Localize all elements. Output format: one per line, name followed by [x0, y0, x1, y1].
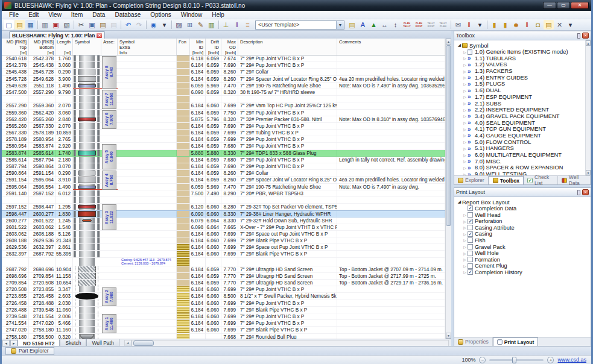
formation-cell[interactable] [177, 76, 190, 83]
table-row[interactable]: 2557.2902559.3602.0706.1846.0607.6997" 2… [2, 102, 445, 109]
formation-cell[interactable] [177, 280, 190, 286]
checkbox-unchecked[interactable] [468, 225, 473, 230]
comments-cell[interactable] [337, 224, 445, 231]
md-top-cell[interactable]: 2629.536 [2, 244, 29, 251]
md-bottom-cell[interactable]: 2562.420 [29, 110, 56, 116]
print-item-well-head[interactable]: ▷Well Head [457, 212, 591, 218]
description-cell[interactable]: 7" 29# Pup Joint VTHC B x P [238, 157, 337, 163]
extra-info-cell[interactable] [118, 211, 177, 217]
extra-info-cell[interactable] [118, 130, 177, 136]
report-icon[interactable]: ▣ [51, 20, 61, 30]
md-top-cell[interactable]: 2587.794 [2, 163, 29, 170]
checkbox-unchecked[interactable] [468, 244, 473, 249]
comments-cell[interactable] [337, 313, 445, 320]
comments-cell[interactable] [337, 327, 445, 333]
symbol-cell[interactable] [73, 170, 101, 177]
description-cell[interactable]: 7" 29# Ultragrip HD Sand Screen [238, 273, 337, 280]
assembly-cell[interactable] [101, 136, 118, 143]
length-cell[interactable]: 3.910 [56, 177, 73, 183]
md-bottom-cell[interactable]: 2723.855 [29, 286, 56, 293]
symbol-cell[interactable] [73, 293, 101, 300]
expander-icon[interactable]: ▷ [462, 133, 468, 137]
md-top-cell[interactable]: 2709.854 [2, 280, 29, 286]
description-cell[interactable]: 7" 29# Pup Joint VTHC B x P [238, 123, 337, 130]
expander-icon[interactable]: ▷ [462, 213, 468, 217]
symbol-cell[interactable] [73, 286, 101, 293]
assembly-label[interactable]: Assy 711.860 [102, 90, 116, 109]
extra-info-cell[interactable] [118, 286, 177, 293]
comments-cell[interactable] [337, 251, 445, 257]
description-cell[interactable]: 7" 29# Pup Joint VTHC B x P [238, 320, 337, 327]
min-id-cell[interactable]: 6.079 [190, 218, 206, 224]
symbol-cell[interactable] [73, 110, 101, 116]
symbol-cell[interactable] [73, 177, 101, 183]
expander-icon[interactable]: ▷ [462, 245, 468, 249]
user-template-dropdown[interactable]: <User Template>▼ [255, 20, 344, 30]
max-od-cell[interactable]: 8.320 [221, 89, 238, 96]
table-row[interactable]: 2597.1522598.4471.2956.1206.0608.2807" 2… [2, 204, 445, 210]
pin-icon[interactable] [577, 190, 580, 195]
assembly-cell[interactable] [101, 266, 118, 273]
formation-cell[interactable] [177, 157, 190, 163]
toolbox-item-4-0-seal-equipment[interactable]: ▷»4.0) SEAL EQUIPMENT [457, 119, 591, 126]
zoom-in-button[interactable]: + [547, 357, 554, 363]
extra-info-cell[interactable] [118, 76, 177, 83]
expander-icon[interactable]: ▷ [462, 63, 468, 67]
print-item-perforation[interactable]: ▷✓Perforation [457, 218, 591, 225]
print-item-completion-history[interactable]: ▷✓Completion History [457, 269, 591, 276]
length-cell[interactable]: 0.290 [56, 170, 73, 177]
md-bottom-cell[interactable]: 2758.500 [29, 334, 56, 339]
md-top-cell[interactable]: 2540.618 [2, 55, 29, 62]
table-row[interactable]: 2567.3302578.18910.8596.1846.0597.6997" … [2, 130, 445, 136]
min-id-cell[interactable]: 6.184 [190, 280, 206, 286]
zoom-slider-thumb[interactable] [512, 357, 516, 363]
print-icon[interactable]: ▥ [40, 20, 50, 30]
md-bottom-cell[interactable]: 2603.062 [29, 224, 56, 231]
table-row[interactable]: 2747.0202758.18011.1606.1846.0607.6997" … [2, 327, 445, 333]
length-cell[interactable]: 2.180 [56, 157, 73, 163]
min-id-cell[interactable]: 6.184 [190, 157, 206, 163]
max-od-cell[interactable]: 7.699 [221, 300, 238, 307]
assembly-label[interactable]: Assy 67.970 [102, 110, 116, 130]
symbol-cell[interactable] [73, 211, 101, 217]
min-id-cell[interactable]: 6.184 [190, 123, 206, 130]
max-od-cell[interactable]: 7.699 [221, 244, 238, 251]
md-top-cell[interactable]: 2562.420 [2, 116, 29, 123]
md-top-cell[interactable]: 2603.062 [2, 231, 29, 237]
table-row[interactable]: 2542.3782545.4383.0606.1846.0597.6907" 2… [2, 62, 445, 69]
formation-cell[interactable] [177, 69, 190, 75]
md-bottom-cell[interactable]: 2585.614 [29, 150, 56, 157]
length-cell[interactable]: 11.160 [56, 327, 73, 333]
extra-info-cell[interactable] [118, 218, 177, 224]
min-id-cell[interactable]: 6.059 [190, 83, 206, 89]
table-row[interactable]: 2591.1542595.0643.9106.1846.0598.2607" 2… [2, 177, 445, 183]
max-od-cell[interactable]: 8.330 [221, 218, 238, 224]
font-icon[interactable]: A [358, 20, 368, 30]
table-row[interactable]: 2545.4382545.7280.2906.1846.0598.2607" 2… [2, 69, 445, 75]
assembly-label[interactable]: Assy 27.980 [102, 287, 116, 307]
zoom-out-button[interactable]: − [479, 357, 486, 363]
description-cell[interactable]: 7" 29# Pup Joint VTHC B x P [238, 110, 337, 116]
formation-cell[interactable] [177, 273, 190, 280]
toolbox-item-1-7-esp-equipment[interactable]: ▷»1.7) ESP EQUIPMENT [457, 94, 591, 101]
symbol-cell[interactable] [73, 280, 101, 286]
scroll-down-icon[interactable]: ▼ [586, 170, 591, 175]
md-top-cell[interactable]: 2595.064 [2, 184, 29, 190]
description-cell[interactable]: 7" 29-32# Top Set Packer V0 element, TSP… [238, 204, 337, 210]
max-od-cell[interactable]: 8.260 [221, 170, 238, 177]
comments-cell[interactable]: 4ea 20 mm predrilled holes. Locator ring… [337, 76, 445, 83]
symbol-cell[interactable] [73, 307, 101, 313]
undo-icon[interactable]: ↶ [123, 20, 133, 30]
max-od-cell[interactable]: 8.260 [221, 69, 238, 75]
table-row[interactable]: 2545.7282549.6283.9006.1846.0598.2607" 2… [2, 76, 445, 83]
extra-info-cell[interactable] [118, 163, 177, 170]
table-row[interactable]: 2591.1402597.1526.0127.5007.4908.2907" 2… [2, 190, 445, 197]
length-cell[interactable]: 3.070 [56, 163, 73, 170]
drift-id-cell[interactable]: 5.880 [206, 150, 221, 157]
max-od-cell[interactable]: 7.750 [221, 110, 238, 116]
md-bottom-cell[interactable]: 2596.554 [29, 184, 56, 190]
formation-cell[interactable] [177, 251, 190, 257]
checkbox-unchecked[interactable] [468, 251, 473, 256]
drift-id-cell[interactable]: 6.059 [206, 280, 221, 286]
max-od-cell[interactable]: 7.699 [221, 307, 238, 313]
